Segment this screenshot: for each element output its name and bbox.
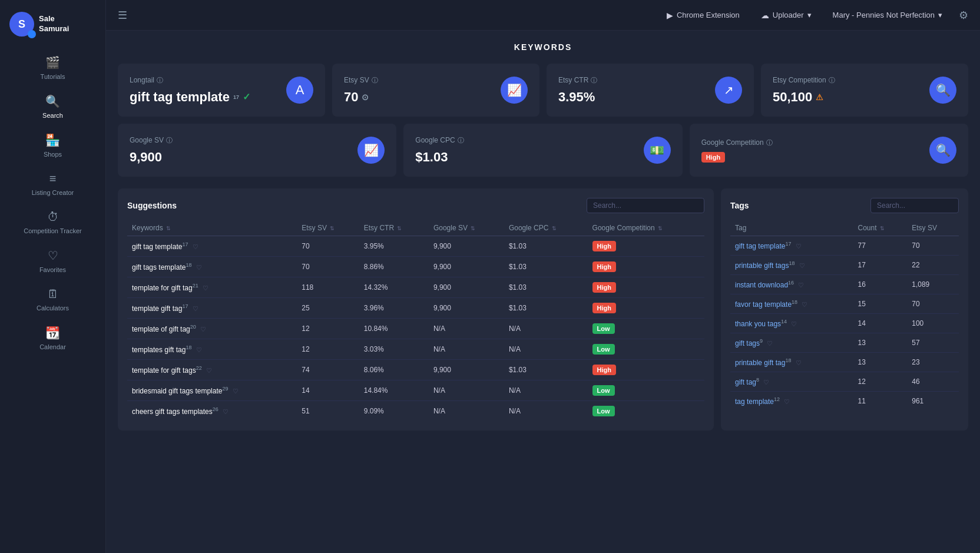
suggestions-search-input[interactable] [587,198,704,213]
keyword-cell: templates gift tag18 ♡ [127,339,297,360]
sidebar-item-shops[interactable]: 🏪 Shops [0,126,105,165]
etsy-ctr-cell: 3.96% [359,298,429,319]
tags-search-input[interactable] [870,198,959,213]
table-row: tag template12 ♡ 11 961 [730,392,959,411]
tag-favorite-icon[interactable]: ♡ [784,398,790,405]
favorite-heart-icon[interactable]: ♡ [196,346,202,353]
favorite-heart-icon[interactable]: ♡ [206,367,212,374]
sort-google-cpc-icon[interactable]: ⇅ [552,226,557,231]
google-sv-cell: 9,900 [429,257,504,277]
etsy-ctr-info-icon[interactable]: ⓘ [591,76,597,85]
sort-count-icon[interactable]: ⇅ [880,226,885,231]
table-row: cheers gift tags templates26 ♡ 51 9.09% … [127,401,704,422]
sidebar-item-calculators[interactable]: 🗓 Calculators [0,280,105,319]
keyword-cell: template gift tag17 ♡ [127,298,297,319]
user-label: Mary - Pennies Not Perfection [833,11,935,19]
etsy-sv-label: Etsy SV ⓘ [344,76,378,85]
tag-count-cell: 12 [853,372,907,392]
sidebar-item-tutorials[interactable]: 🎬 Tutorials [0,48,105,87]
longtail-info-icon[interactable]: ⓘ [157,76,163,85]
favorite-heart-icon[interactable]: ♡ [193,305,198,312]
sidebar-item-calendar[interactable]: 📆 Calendar [0,319,105,357]
google-cpc-info-icon[interactable]: ⓘ [458,136,464,145]
google-cpc-cell: $1.03 [504,257,588,277]
sidebar-label-competition: Competition Tracker [24,227,81,234]
sort-etsy-ctr-icon[interactable]: ⇅ [397,226,402,231]
sidebar-item-search[interactable]: 🔍 Search [0,87,105,126]
competition-badge-high: High [592,365,616,375]
google-competition-info-icon[interactable]: ⓘ [766,138,773,147]
sidebar: S SaleSamurai 🎬 Tutorials 🔍 Search 🏪 Sho… [0,0,106,553]
google-sv-cell: 9,900 [429,236,504,257]
uploader-label: Uploader [773,11,804,19]
sidebar-item-favorites[interactable]: ♡ Favorites [0,241,105,280]
etsy-sv-cell: 74 [297,360,359,380]
tag-count-cell: 13 [853,333,907,353]
favorite-heart-icon[interactable]: ♡ [200,326,206,333]
table-row: gift tag template17 ♡ 77 70 [730,236,959,256]
sort-keywords-icon[interactable]: ⇅ [166,226,171,231]
table-row: printable gift tags18 ♡ 17 22 [730,256,959,275]
longtail-label: Longtail ⓘ [130,76,250,85]
table-row: bridesmaid gift tags template29 ♡ 14 14.… [127,380,704,401]
etsy-sv-info-icon[interactable]: ⓘ [372,76,378,85]
table-row: templates gift tag18 ♡ 12 3.03% N/A N/A … [127,339,704,360]
keyword-cell: gift tag template17 ♡ [127,236,297,257]
tag-cell: gift tags9 ♡ [730,333,853,353]
google-cpc-cell: $1.03 [504,360,588,380]
google-sv-cell: N/A [429,401,504,422]
user-menu-button[interactable]: Mary - Pennies Not Perfection ▾ [828,8,947,22]
google-cpc-cell: N/A [504,401,588,422]
hamburger-menu[interactable]: ☰ [118,9,127,22]
favorite-heart-icon[interactable]: ♡ [196,264,202,271]
uploader-button[interactable]: ☁ Uploader ▾ [756,8,816,22]
competition-badge-low: Low [592,344,615,355]
favorite-heart-icon[interactable]: ♡ [203,284,208,292]
tag-favorite-icon[interactable]: ♡ [802,301,807,308]
col-google-sv: Google SV ⇅ [429,220,504,236]
sort-etsy-sv-icon[interactable]: ⇅ [330,226,335,231]
etsy-sv-cell: 25 [297,298,359,319]
main-area: ☰ ▶ Chrome Extension ☁ Uploader ▾ Mary -… [106,0,980,553]
google-cpc-label: Google CPC ⓘ [415,136,463,145]
tag-favorite-icon[interactable]: ♡ [798,282,804,289]
tag-favorite-icon[interactable]: ♡ [767,340,773,347]
table-row: thank you tags14 ♡ 14 100 [730,314,959,333]
etsy-sv-cell: 12 [297,319,359,339]
google-competition-cell: Low [588,380,704,401]
google-sv-cell: 9,900 [429,298,504,319]
favorite-heart-icon[interactable]: ♡ [223,408,229,415]
keyword-cell: bridesmaid gift tags template29 ♡ [127,380,297,401]
google-cpc-card: Google CPC ⓘ $1.03 💵 [403,124,682,177]
tag-favorite-icon[interactable]: ♡ [799,262,805,269]
tag-etsy-sv-cell: 1,089 [907,275,959,294]
etsy-ctr-cell: 8.06% [359,360,429,380]
shops-icon: 🏪 [45,133,60,147]
favorite-heart-icon[interactable]: ♡ [233,388,239,395]
tag-favorite-icon[interactable]: ♡ [791,320,797,327]
longtail-icon-circle: A [286,77,313,104]
sort-google-competition-icon[interactable]: ⇅ [658,226,663,231]
sort-google-sv-icon[interactable]: ⇅ [471,226,475,231]
etsy-ctr-cell: 3.03% [359,339,429,360]
google-sv-info-icon[interactable]: ⓘ [166,136,173,145]
settings-icon[interactable]: ⚙ [959,9,968,22]
tutorials-icon: 🎬 [45,55,60,69]
tag-cell: instant download16 ♡ [730,275,853,294]
sidebar-item-listing-creator[interactable]: ≡ Listing Creator [0,165,105,203]
sidebar-item-competition-tracker[interactable]: ⏱ Competition Tracker [0,203,105,241]
col-etsy-ctr: Etsy CTR ⇅ [359,220,429,236]
tags-table: Tag Count ⇅ Etsy SV gift tag template17 … [730,220,959,410]
sidebar-label-search: Search [42,112,63,119]
chrome-extension-button[interactable]: ▶ Chrome Extension [662,8,744,22]
tag-count-cell: 13 [853,353,907,372]
favorites-icon: ♡ [48,249,58,263]
etsy-competition-info-icon[interactable]: ⓘ [829,76,835,85]
tag-favorite-icon[interactable]: ♡ [796,359,802,366]
etsy-sv-chart-icon: ⊙ [362,92,369,102]
tag-favorite-icon[interactable]: ♡ [763,379,769,386]
tag-favorite-icon[interactable]: ♡ [796,243,802,250]
suggestions-table-header-row: Keywords ⇅ Etsy SV ⇅ Etsy CTR ⇅ Google S… [127,220,704,236]
favorite-heart-icon[interactable]: ♡ [193,243,198,250]
etsy-sv-cell: 14 [297,380,359,401]
